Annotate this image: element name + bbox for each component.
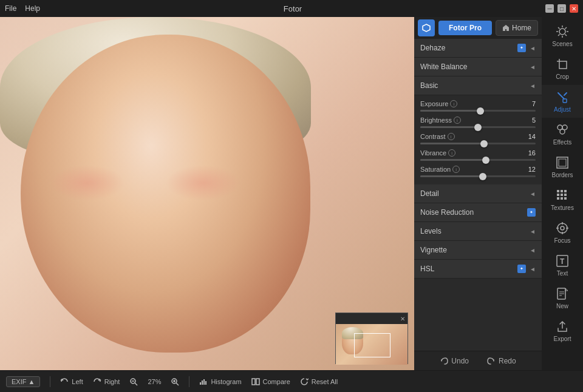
menu-help[interactable]: Help [25, 4, 40, 13]
rotate-left-icon [60, 377, 69, 386]
noise-reduction-badge [527, 208, 536, 217]
sidebar-item-focus[interactable]: Focus [542, 216, 583, 249]
exif-chevron-icon: ▲ [28, 378, 35, 385]
svg-rect-26 [561, 197, 563, 200]
noise-reduction-section[interactable]: Noise Reduction [414, 203, 542, 222]
maximize-button[interactable]: □ [557, 4, 566, 13]
brightness-track[interactable] [420, 126, 536, 128]
brightness-label: Brightness i [420, 117, 461, 124]
svg-rect-23 [561, 194, 563, 196]
exposure-track[interactable] [420, 110, 536, 112]
histogram-button[interactable]: Histogram [199, 377, 241, 386]
borders-label: Borders [551, 172, 573, 178]
svg-rect-22 [557, 194, 559, 196]
reset-icon [300, 377, 309, 386]
zoom-level: 27% [148, 378, 161, 385]
contrast-thumb[interactable] [480, 140, 488, 147]
sidebar-item-adjust[interactable]: Adjust [542, 85, 583, 118]
exif-button[interactable]: EXIF ▲ [6, 376, 40, 387]
effects-label: Effects [553, 139, 571, 146]
vignette-arrow: ◄ [530, 247, 536, 254]
brightness-slider-row: Brightness i 5 [414, 115, 542, 132]
fotor-pro-button[interactable]: Fotor Pro [438, 21, 492, 35]
panel-top: Fotor Pro Home [414, 17, 542, 39]
vibrance-thumb[interactable] [482, 157, 489, 164]
saturation-info-icon[interactable]: i [452, 166, 460, 173]
vibrance-track[interactable] [420, 159, 536, 161]
exposure-info-icon[interactable]: i [450, 100, 457, 107]
panel-content: Dehaze ◄ White Balance ◄ Basic ◄ [414, 39, 542, 351]
dehaze-section[interactable]: Dehaze ◄ [414, 39, 542, 58]
compare-button[interactable]: Compare [251, 377, 290, 386]
minimap-box [354, 333, 390, 357]
app-title: Fotor [40, 4, 545, 13]
svg-rect-20 [561, 190, 563, 192]
redo-button[interactable]: Redo [487, 357, 516, 365]
contrast-fill [420, 143, 484, 144]
sidebar-item-borders[interactable]: Borders [542, 150, 583, 183]
menu-file[interactable]: File [5, 4, 16, 13]
vignette-section[interactable]: Vignette ◄ [414, 241, 542, 260]
export-icon [555, 319, 570, 334]
reset-button[interactable]: Reset All [300, 377, 338, 386]
zoom-in-icon [171, 377, 179, 386]
svg-rect-10 [559, 61, 567, 69]
zoom-in-button[interactable] [171, 377, 179, 386]
zoom-out-button[interactable] [129, 377, 138, 386]
minimap-close-icon[interactable]: ✕ [400, 316, 405, 322]
contrast-track[interactable] [420, 143, 536, 144]
sidebar-item-export[interactable]: Export [542, 314, 583, 347]
brightness-fill [420, 126, 478, 128]
vibrance-label: Vibrance i [420, 149, 455, 157]
saturation-slider-row: Saturation i 12 [414, 164, 542, 181]
sidebar-item-text[interactable]: T Text [542, 249, 583, 282]
sidebar-item-crop[interactable]: Crop [542, 52, 583, 85]
detail-section[interactable]: Detail ◄ [414, 184, 542, 203]
contrast-info-icon[interactable]: i [448, 133, 455, 140]
rotate-right-icon [93, 377, 101, 386]
levels-arrow: ◄ [530, 228, 536, 235]
minimap-header: ✕ [336, 313, 407, 324]
levels-section[interactable]: Levels ◄ [414, 222, 542, 241]
rotate-right-button[interactable]: Right [93, 377, 120, 386]
saturation-thumb[interactable] [479, 173, 486, 180]
sidebar-item-new[interactable]: New [542, 282, 583, 314]
minimap-image [336, 324, 407, 365]
scenes-label: Scenes [552, 41, 572, 47]
adjust-label: Adjust [554, 106, 571, 113]
saturation-track[interactable] [420, 175, 536, 177]
exposure-thumb[interactable] [477, 107, 484, 115]
sidebar-item-effects[interactable]: Effects [542, 118, 583, 150]
home-button[interactable]: Home [496, 20, 538, 36]
borders-icon [555, 155, 570, 170]
undo-icon [440, 357, 448, 365]
text-label: Text [557, 270, 568, 277]
sidebar-item-scenes[interactable]: Scenes [542, 19, 583, 52]
scenes-icon [555, 24, 570, 39]
brightness-thumb[interactable] [474, 124, 482, 131]
minimize-button[interactable]: ─ [545, 4, 554, 13]
sidebar-item-textures[interactable]: Textures [542, 183, 583, 216]
undo-button[interactable]: Undo [440, 357, 469, 365]
white-balance-section[interactable]: White Balance ◄ [414, 58, 542, 76]
vibrance-fill [420, 159, 486, 161]
svg-rect-49 [203, 379, 205, 385]
hsl-section[interactable]: HSL ◄ [414, 260, 542, 279]
dehaze-badge [517, 44, 526, 52]
fotor-icon-button[interactable] [418, 19, 435, 36]
svg-rect-13 [563, 99, 567, 103]
canvas-area: ✕ [0, 17, 414, 370]
svg-point-16 [560, 129, 565, 134]
brightness-info-icon[interactable]: i [454, 117, 461, 124]
close-button[interactable]: ✕ [570, 4, 578, 13]
vibrance-info-icon[interactable]: i [448, 149, 455, 157]
saturation-label: Saturation i [420, 166, 460, 173]
exposure-value: 7 [523, 100, 536, 107]
textures-icon [555, 188, 570, 203]
text-icon: T [555, 254, 570, 268]
new-label: New [556, 303, 568, 309]
basic-section[interactable]: Basic ◄ [414, 76, 542, 95]
svg-marker-0 [423, 24, 430, 32]
rotate-left-button[interactable]: Left [60, 377, 83, 386]
crop-label: Crop [556, 73, 569, 80]
